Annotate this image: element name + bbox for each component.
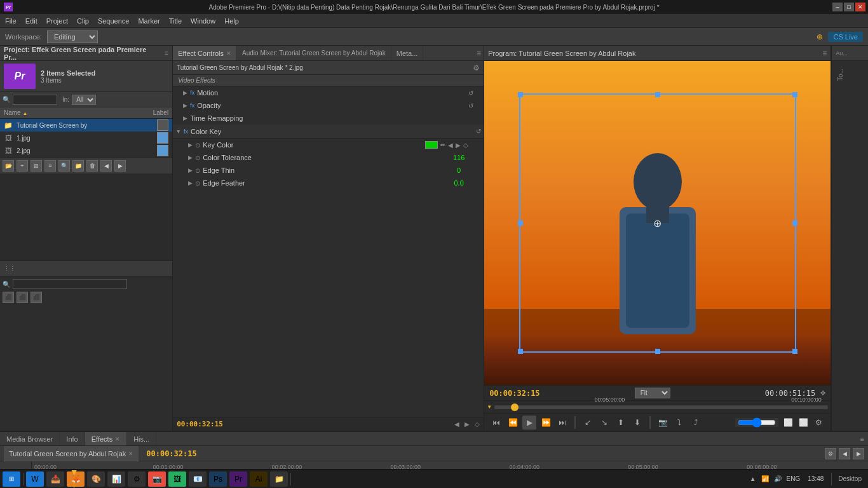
handle-bottom-mid[interactable] <box>655 349 660 354</box>
start-button[interactable]: ⊞ <box>3 471 20 487</box>
key-color-next-icon[interactable]: ▶ <box>456 142 461 149</box>
edge-thin-value[interactable]: 0 <box>449 166 468 174</box>
effects-btn2[interactable]: ⬛ <box>17 292 28 303</box>
go-start-button[interactable]: ⏮ <box>489 416 503 430</box>
tab-effects-close[interactable]: ✕ <box>115 436 120 442</box>
menu-project[interactable]: Project <box>46 17 68 25</box>
list-view-button[interactable]: ≡ <box>44 160 56 172</box>
scrub-head[interactable] <box>511 403 519 411</box>
menu-edit[interactable]: Edit <box>25 17 37 25</box>
menu-window[interactable]: Window <box>191 17 215 25</box>
menu-help[interactable]: Help <box>224 17 239 25</box>
extract-button[interactable]: ⬇ <box>630 416 644 430</box>
workspace-dropdown[interactable]: Editing <box>47 30 98 43</box>
tab-effect-controls-close[interactable]: ✕ <box>226 50 231 57</box>
taskbar-ai[interactable]: Ai <box>250 471 268 487</box>
file-item-2jpg[interactable]: 🖼 2.jpg <box>0 144 172 157</box>
taskbar-desktop-label[interactable]: Desktop <box>834 475 865 482</box>
fit-dropdown[interactable]: Fit 25% 50% 100% <box>635 388 670 398</box>
mark-in-button[interactable]: ↙ <box>581 416 595 430</box>
effects-search-input[interactable] <box>13 279 127 289</box>
menu-title[interactable]: Title <box>169 17 182 25</box>
icon-view-button[interactable]: ⊞ <box>31 160 42 172</box>
effects-btn1[interactable]: ⬛ <box>3 292 14 303</box>
color-key-reset-icon[interactable]: ↺ <box>476 128 481 135</box>
taskbar-app3[interactable]: 📊 <box>107 471 125 487</box>
eyedropper-icon[interactable]: ✏ <box>440 142 445 149</box>
handle-bottom-right[interactable] <box>792 349 797 354</box>
taskbar-app7[interactable]: 📧 <box>189 471 207 487</box>
search-button[interactable]: 🔍 <box>58 160 70 172</box>
tab-history[interactable]: His... <box>127 432 156 445</box>
fx-settings-icon[interactable]: ⚙ <box>473 64 480 72</box>
color-tolerance-value[interactable]: 116 <box>449 154 468 161</box>
mark-out-button[interactable]: ↘ <box>597 416 611 430</box>
taskbar-pr[interactable]: Pr <box>229 471 247 487</box>
volume-slider[interactable] <box>738 419 776 426</box>
timeline-menu-icon[interactable]: ◀ <box>839 448 850 459</box>
handle-mid-right[interactable] <box>792 220 797 226</box>
monitor-scrub-bar[interactable]: ▼ 00:05:00:00 00:10:00:00 <box>484 400 831 413</box>
taskbar-ps[interactable]: Ps <box>209 471 227 487</box>
motion-reset-icon[interactable]: ↺ <box>468 90 473 97</box>
menu-marker[interactable]: Marker <box>138 17 159 25</box>
safe-margins-button[interactable]: ⬜ <box>781 416 795 430</box>
effects-btn3[interactable]: ⬛ <box>31 292 42 303</box>
menu-file[interactable]: File <box>5 17 17 25</box>
handle-top-right[interactable] <box>792 92 797 97</box>
handle-top-left[interactable] <box>518 92 523 97</box>
color-key-arrow-icon[interactable]: ▼ <box>175 128 181 135</box>
overwrite-button[interactable]: ⤴ <box>689 416 703 430</box>
maximize-button[interactable]: □ <box>844 3 854 11</box>
taskbar-firefox[interactable]: 🦊 <box>67 471 85 487</box>
timeline-tab-close[interactable]: ✕ <box>128 451 133 457</box>
taskbar-word[interactable]: W <box>26 471 44 487</box>
col-name-header[interactable]: Name ▲ <box>4 109 130 116</box>
minimize-button[interactable]: – <box>832 3 843 11</box>
edge-feather-value[interactable]: 0.0 <box>449 179 468 187</box>
opacity-reset-icon[interactable]: ↺ <box>468 102 473 109</box>
fx-next-icon[interactable]: ▶ <box>465 421 470 428</box>
play-button[interactable]: ▶ <box>522 416 536 430</box>
fx-prev-icon[interactable]: ◀ <box>454 421 459 428</box>
col-label-header[interactable]: Label <box>130 109 168 116</box>
export-frame-button[interactable]: 📷 <box>656 416 670 430</box>
timeline-tab[interactable]: Tutorial Green Screen by Abdul Rojak ✕ <box>4 446 139 461</box>
step-fwd-button[interactable]: ⏩ <box>539 416 553 430</box>
key-color-prev-icon[interactable]: ◀ <box>448 142 453 149</box>
handle-mid-left[interactable] <box>518 220 523 226</box>
fx-time-remap-row[interactable]: ▶ Time Remapping <box>173 112 484 125</box>
bottom-panel-menu-icon[interactable]: ≡ <box>860 435 864 443</box>
new-bin-button[interactable]: 📂 <box>3 160 14 172</box>
taskbar-app4[interactable]: ⚙ <box>128 471 146 487</box>
taskbar-app1[interactable]: 📥 <box>46 471 64 487</box>
settings-button[interactable]: ⚙ <box>811 416 825 430</box>
taskbar-folder[interactable]: 📁 <box>270 471 288 487</box>
tab-media-browser[interactable]: Media Browser <box>0 432 60 445</box>
project-panel-close[interactable]: ≡ <box>165 50 168 57</box>
folder-button[interactable]: 📁 <box>72 160 84 172</box>
close-button[interactable]: ✕ <box>855 3 865 11</box>
timeline-settings-icon[interactable]: ⚙ <box>825 448 836 459</box>
tab-audio-mixer[interactable]: Audio Mixer: Tutorial Green Screen by Ab… <box>237 46 391 60</box>
key-color-kf-icon[interactable]: ◇ <box>463 142 468 149</box>
key-color-swatch[interactable] <box>425 141 438 149</box>
tab-effects[interactable]: Effects ✕ <box>85 432 127 445</box>
prev-button[interactable]: ◀ <box>100 160 112 172</box>
handle-bottom-left[interactable] <box>518 349 523 354</box>
taskbar-app2[interactable]: 🎨 <box>87 471 105 487</box>
tab-meta[interactable]: Meta... <box>391 46 424 60</box>
monitor-menu-icon[interactable]: ≡ <box>822 49 827 58</box>
taskbar-app5[interactable]: 📷 <box>148 471 166 487</box>
fx-motion-row[interactable]: ▶ fx Motion ↺ <box>173 86 484 99</box>
handle-top-mid[interactable] <box>655 92 660 97</box>
taskbar-app6[interactable]: 🖼 <box>168 471 186 487</box>
tab-effect-controls[interactable]: Effect Controls ✕ <box>173 46 237 60</box>
tab-info[interactable]: Info <box>60 432 85 445</box>
new-item-button[interactable]: + <box>17 160 28 172</box>
panel-menu-button[interactable]: ≡ <box>477 49 481 58</box>
output-button[interactable]: ⬜ <box>796 416 810 430</box>
cs-live-button[interactable]: CS Live <box>828 32 863 42</box>
menu-sequence[interactable]: Sequence <box>98 17 130 25</box>
go-end-button[interactable]: ⏭ <box>555 416 569 430</box>
